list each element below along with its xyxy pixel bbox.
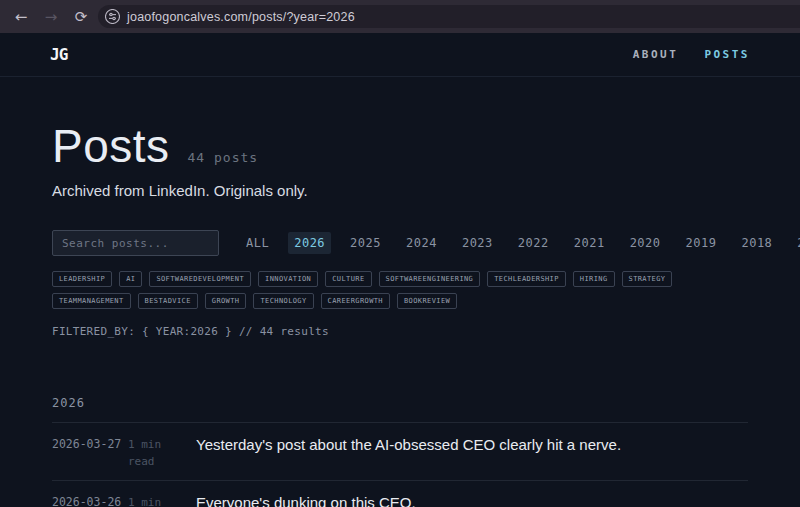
tag-filter-bar: LEADERSHIP AI SOFTWAREDEVELOPMENT INNOVA…	[52, 271, 692, 309]
page-title: Posts	[52, 119, 170, 173]
address-bar[interactable]: joaofogoncalves.com/posts/?year=2026	[98, 5, 800, 28]
post-title-link[interactable]: Yesterday's post about the AI-obsessed C…	[196, 435, 748, 470]
post-date: 2026-03-27	[52, 435, 128, 470]
year-filter-2020[interactable]: 2020	[624, 232, 667, 254]
post-read-time: 1 min read	[128, 493, 176, 507]
url-text: joaofogoncalves.com/posts/?year=2026	[127, 10, 355, 24]
browser-toolbar: ← → ⟳ joaofogoncalves.com/posts/?year=20…	[0, 0, 800, 33]
tag-hiring[interactable]: HIRING	[573, 271, 615, 287]
tag-culture[interactable]: CULTURE	[325, 271, 371, 287]
year-filter-2026[interactable]: 2026	[288, 232, 331, 254]
forward-icon[interactable]: →	[38, 4, 64, 30]
tag-techleadership[interactable]: TECHLEADERSHIP	[487, 271, 566, 287]
year-filter-2019[interactable]: 2019	[680, 232, 723, 254]
tag-technology[interactable]: TECHNOLOGY	[253, 293, 313, 309]
post-row[interactable]: 2026-03-26 1 min read Everyone's dunking…	[52, 481, 748, 507]
page-subtitle: Archived from LinkedIn. Originals only.	[52, 182, 748, 199]
post-title-link[interactable]: Everyone's dunking on this CEO.	[196, 493, 748, 507]
year-filter-all[interactable]: ALL	[240, 232, 275, 254]
post-date: 2026-03-26	[52, 493, 128, 507]
tag-growth[interactable]: GROWTH	[205, 293, 247, 309]
back-icon[interactable]: ←	[8, 4, 34, 30]
year-group-label: 2026	[52, 396, 748, 410]
tag-strategy[interactable]: STRATEGY	[622, 271, 673, 287]
post-count-label: 44 posts	[188, 150, 259, 165]
tag-softwaredevelopment[interactable]: SOFTWAREDEVELOPMENT	[149, 271, 251, 287]
year-filter-bar: ALL 2026 2025 2024 2023 2022 2021 2020 2…	[240, 232, 800, 254]
year-filter-2017[interactable]: 2017	[791, 232, 800, 254]
nav-link-posts[interactable]: POSTS	[704, 48, 750, 61]
year-filter-2025[interactable]: 2025	[344, 232, 387, 254]
tag-leadership[interactable]: LEADERSHIP	[52, 271, 112, 287]
search-input[interactable]	[52, 230, 219, 256]
main-content: Posts 44 posts Archived from LinkedIn. O…	[0, 77, 800, 507]
tag-bestadvice[interactable]: BESTADVICE	[138, 293, 198, 309]
site-settings-icon[interactable]	[104, 9, 120, 25]
year-filter-2023[interactable]: 2023	[456, 232, 499, 254]
post-list: 2026-03-27 1 min read Yesterday's post a…	[52, 422, 748, 507]
tag-bookreview[interactable]: BOOKREVIEW	[397, 293, 457, 309]
tag-softwareengineering[interactable]: SOFTWAREENGINEERING	[379, 271, 481, 287]
tag-careergrowth[interactable]: CAREERGROWTH	[321, 293, 390, 309]
filter-status: FILTERED_BY: { YEAR:2026 } // 44 results	[52, 325, 748, 338]
year-filter-2021[interactable]: 2021	[568, 232, 611, 254]
post-row[interactable]: 2026-03-27 1 min read Yesterday's post a…	[52, 423, 748, 481]
year-filter-2024[interactable]: 2024	[400, 232, 443, 254]
reload-icon[interactable]: ⟳	[68, 4, 94, 30]
title-row: Posts 44 posts	[52, 119, 748, 173]
tag-innovation[interactable]: INNOVATION	[258, 271, 318, 287]
nav-link-about[interactable]: ABOUT	[633, 48, 679, 61]
site-logo[interactable]: JG	[50, 45, 67, 64]
year-filter-2022[interactable]: 2022	[512, 232, 555, 254]
filter-controls: ALL 2026 2025 2024 2023 2022 2021 2020 2…	[52, 230, 748, 256]
top-nav: ABOUT POSTS	[633, 48, 750, 61]
post-read-time: 1 min read	[128, 435, 176, 470]
site-header: JG ABOUT POSTS	[0, 33, 800, 77]
tag-teammanagement[interactable]: TEAMMANAGEMENT	[52, 293, 131, 309]
tag-ai[interactable]: AI	[119, 271, 142, 287]
year-filter-2018[interactable]: 2018	[735, 232, 778, 254]
